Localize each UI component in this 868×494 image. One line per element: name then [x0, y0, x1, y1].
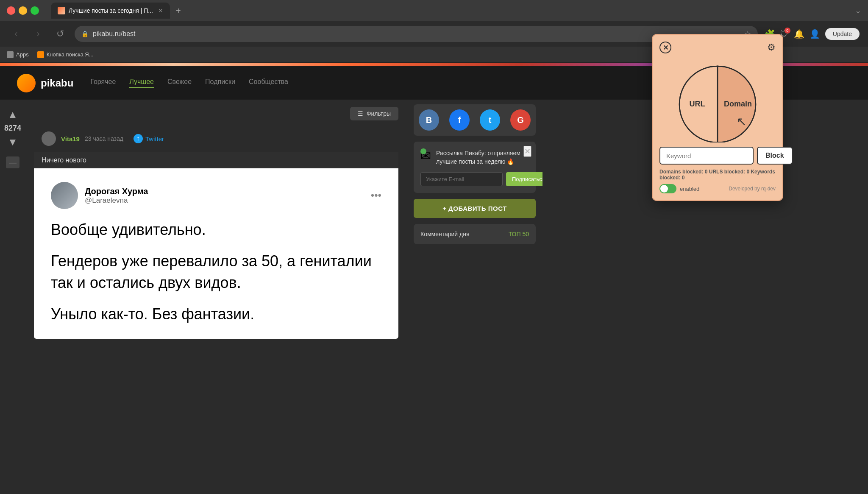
apps-label: Apps [16, 51, 29, 58]
toggle-thumb [660, 185, 668, 193]
tweet-author-name[interactable]: Дорогая Хурма [85, 187, 148, 196]
nav-community[interactable]: Сообщества [249, 78, 288, 88]
post-title-bar: Ничего нового [34, 152, 398, 168]
svg-text:Domain: Domain [724, 100, 752, 108]
search-favicon [37, 51, 44, 58]
newsletter-email-input[interactable] [420, 172, 503, 186]
traffic-lights [7, 6, 39, 15]
newsletter-header: ✉ Рассылка Пикабу: отправляем лучшие пос… [420, 148, 529, 167]
blocker-close-button[interactable]: ✕ [659, 42, 671, 53]
search-label: Кнопка поиска Я... [47, 51, 94, 58]
comment-day-section: Комментарий дня ТОП 50 [414, 224, 536, 244]
twitter-icon: t [134, 134, 143, 143]
vote-up-icon[interactable]: ▲ [8, 109, 18, 120]
urls-count: 0 [746, 169, 749, 175]
logo-text: pikabu [41, 77, 73, 89]
svg-text:URL: URL [690, 100, 705, 108]
tweet-author-handle: @Laraelevna [85, 196, 148, 205]
social-share-section: В f t G [414, 104, 536, 136]
tweet-avatar [51, 182, 78, 209]
newsletter-text: Рассылка Пикабу: отправляем лучшие посты… [436, 149, 529, 166]
enabled-toggle[interactable] [659, 184, 676, 193]
tab-close-icon[interactable]: ✕ [158, 7, 163, 14]
content-area: ☰ Фильтры Vita19 23 часа назад t Twitter… [25, 100, 407, 494]
newsletter-input-row: Подписаться [420, 172, 529, 186]
tweet-more-btn[interactable]: ••• [371, 190, 381, 201]
domains-count: 0 [705, 169, 708, 175]
back-button[interactable]: ‹ [8, 26, 24, 42]
blocker-popup: ✕ ⚙ URL Domain ↖ Blo [652, 34, 783, 201]
update-button[interactable]: Update [825, 28, 860, 40]
tab-title: Лучшие посты за сегодня | П... [69, 7, 153, 14]
minus-button[interactable]: — [6, 156, 19, 168]
tweet-line3: Уныло как-то. Без фантазии. [51, 304, 381, 325]
tweet-card: Дорогая Хурма @Laraelevna ••• Вообще уди… [34, 168, 398, 339]
filters-button[interactable]: ☰ Фильтры [350, 107, 398, 120]
tab-favicon [58, 7, 65, 14]
blocker-settings-button[interactable]: ⚙ [767, 42, 776, 53]
add-post-button[interactable]: + ДОБАВИТЬ ПОСТ [414, 199, 536, 218]
maximize-traffic-light[interactable] [31, 6, 39, 15]
pie-svg: URL Domain ↖ [671, 58, 764, 142]
nav-subs[interactable]: Подписки [205, 78, 235, 88]
filters-label: Фильтры [367, 110, 391, 117]
refresh-button[interactable]: ↺ [53, 26, 68, 42]
pikabu-logo[interactable]: pikabu [17, 74, 73, 92]
svg-text:↖: ↖ [737, 115, 746, 128]
green-dot-icon [420, 148, 426, 154]
active-tab[interactable]: Лучшие посты за сегодня | П... ✕ [51, 3, 170, 19]
keyword-input[interactable] [659, 147, 754, 165]
post-title: Ничего нового [42, 156, 86, 164]
post-source-name[interactable]: Twitter [145, 135, 164, 142]
close-traffic-light[interactable] [7, 6, 15, 15]
logo-icon [17, 74, 36, 92]
window-chevron: ⌄ [855, 6, 861, 15]
dev-label: Developed by rq-dev [729, 186, 776, 192]
bookmark-apps[interactable]: Apps [7, 51, 29, 58]
top50-label[interactable]: ТОП 50 [509, 231, 529, 237]
bookmark-search[interactable]: Кнопка поиска Я... [37, 51, 94, 58]
nav-best[interactable]: Лучшее [129, 78, 154, 88]
vote-down-icon[interactable]: ▼ [8, 136, 18, 148]
blocker-footer: enabled Developed by rq-dev [659, 184, 776, 193]
twitter-share-button[interactable]: t [480, 109, 500, 131]
apps-favicon [7, 51, 14, 58]
enabled-label: enabled [680, 186, 699, 192]
bell-icon[interactable]: 🔔 [794, 29, 804, 39]
nav-fresh[interactable]: Свежее [167, 78, 192, 88]
profile-icon[interactable]: 👤 [810, 29, 820, 39]
keywords-count: 0 [682, 175, 685, 181]
pie-chart-container: URL Domain ↖ [659, 58, 776, 142]
forward-button[interactable]: › [31, 26, 46, 42]
chevron-down-icon: ⌄ [855, 6, 861, 15]
nav-hot[interactable]: Горячее [90, 78, 116, 88]
vote-count: 8274 [4, 124, 21, 133]
urls-blocked-label: URLS blocked: [709, 169, 745, 175]
tweet-line1: Вообще удивительно. [51, 219, 381, 240]
right-sidebar: В f t G ✕ ✉ Рассылка Пикабу: отправляем … [407, 100, 542, 494]
minimize-traffic-light[interactable] [19, 6, 27, 15]
post-user-name[interactable]: Vita19 [61, 135, 80, 142]
facebook-share-button[interactable]: f [449, 109, 470, 131]
post-user-avatar [42, 131, 56, 146]
tweet-content: Вообще удивительно. Гендеров уже перевал… [51, 219, 381, 325]
pie-chart: URL Domain ↖ [671, 58, 764, 142]
domains-blocked-label: Domains blocked: [659, 169, 703, 175]
new-tab-button[interactable]: + [172, 4, 185, 17]
post-source: t Twitter [134, 134, 164, 143]
newsletter-close-button[interactable]: ✕ [523, 146, 531, 157]
lock-icon: 🔒 [81, 31, 89, 37]
google-share-button[interactable]: G [510, 109, 531, 131]
blocker-input-row: Block [659, 147, 776, 165]
toggle-row: enabled [659, 184, 699, 193]
shield-badge: 0 [785, 28, 790, 33]
url-text: pikabu.ru/best [93, 30, 740, 38]
tweet-line2: Гендеров уже перевалило за 50, а генитал… [51, 251, 381, 293]
block-button[interactable]: Block [757, 147, 793, 165]
vk-share-button[interactable]: В [419, 109, 439, 131]
social-share-buttons: В f t G [419, 109, 531, 131]
vote-sidebar: ▲ 8274 ▼ — [0, 100, 25, 494]
subscribe-button[interactable]: Подписаться [506, 172, 542, 186]
pikabu-nav: Горячее Лучшее Свежее Подписки Сообществ… [90, 78, 288, 88]
post-header: Vita19 23 часа назад t Twitter [34, 126, 398, 152]
